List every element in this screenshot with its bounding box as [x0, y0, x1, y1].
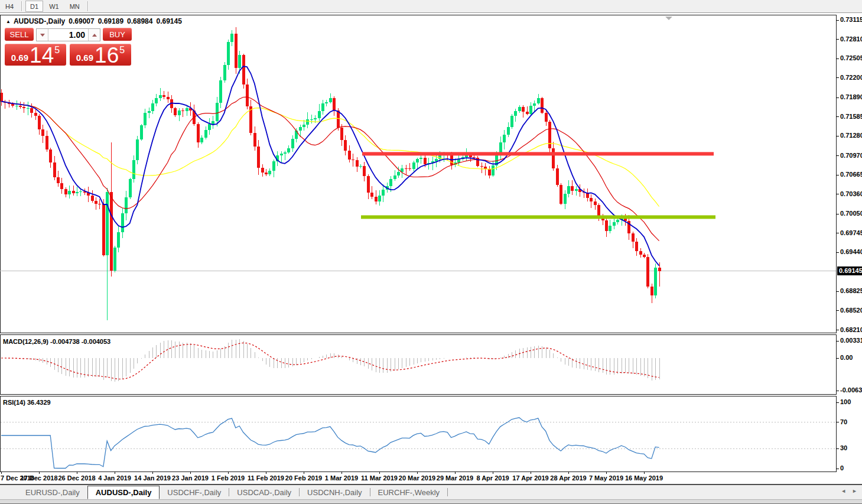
price-chart-canvas[interactable] [0, 0, 862, 504]
macd-axis-tick: -0.006325 [840, 386, 862, 394]
rsi-axis-tick: 70 [840, 418, 847, 425]
price-axis-tick: 0.70360 [840, 190, 862, 197]
price-axis-tick: 0.70970 [840, 152, 862, 159]
ohlc-high: 0.69189 [98, 17, 123, 25]
sell-price-button[interactable]: 0.69 14 5 [5, 44, 66, 66]
price-axis-tick: 0.70050 [840, 210, 862, 217]
price-axis-tick: 0.71890 [840, 93, 862, 100]
sell-button[interactable]: SELL [5, 28, 34, 41]
price-axis-tick: 0.73115 [840, 16, 862, 23]
one-click-trade-panel: SELL 1.00 BUY 0.69 14 5 0.69 16 5 [5, 28, 132, 66]
date-axis-label: 14 Jan 2019 [134, 474, 171, 482]
price-axis-tick: 0.69440 [840, 248, 862, 255]
rsi-axis-tick: 30 [840, 444, 847, 451]
buy-price-sup: 5 [119, 45, 125, 56]
subwindow-expand-icon[interactable]: ▲ [6, 19, 11, 24]
ohlc-low: 0.68984 [127, 17, 152, 25]
date-axis-label: 17 Apr 2019 [512, 474, 548, 482]
chart-tab-usdcnh[interactable]: USDCNH-,Daily [300, 486, 369, 499]
price-axis-tick: 0.70665 [840, 171, 862, 178]
price-axis-tick: 0.68520 [840, 307, 862, 314]
price-axis-tick: 0.71280 [840, 132, 862, 139]
price-axis-tick: 0.72505 [840, 54, 862, 61]
chevron-up-icon [92, 34, 97, 37]
date-axis-label: 17 Dec 2018 [21, 474, 58, 482]
date-axis-label: 26 Dec 2018 [58, 474, 96, 482]
chart-tab-audusd[interactable]: AUDUSD-,Daily [87, 486, 160, 499]
date-axis-label: 20 Feb 2019 [285, 474, 322, 482]
date-axis-label: 20 Mar 2019 [399, 474, 435, 482]
tab-separator [447, 488, 448, 496]
price-axis-tick: 0.68825 [840, 287, 862, 294]
price-axis-tick: 0.69745 [840, 229, 862, 236]
volume-decrease-button[interactable] [37, 29, 48, 41]
price-axis-tick: 0.71585 [840, 113, 862, 120]
volume-increase-button[interactable] [88, 29, 100, 41]
date-axis-label: 29 Mar 2019 [437, 474, 473, 482]
chevron-down-icon [40, 34, 45, 37]
volume-input[interactable]: 1.00 [48, 29, 88, 41]
support-level-line [361, 215, 715, 219]
date-axis-label: 11 Mar 2019 [361, 474, 398, 482]
volume-control: 1.00 [36, 28, 100, 41]
date-axis-label: 7 May 2019 [589, 474, 623, 482]
chart-title: ▲AUDUSD-,Daily0.690070.691890.689840.691… [6, 17, 186, 25]
date-axis-label: 1 Mar 2019 [325, 474, 358, 482]
chart-tab-eurusd[interactable]: EURUSD-,Daily [18, 486, 87, 499]
sell-price-prefix: 0.69 [11, 53, 28, 63]
current-price-tag: 0.69145 [837, 266, 862, 275]
price-axis-tick: 0.72810 [840, 35, 862, 43]
macd-panel [1, 335, 837, 395]
mt4-window: H4D1W1MN ▲AUDUSD-,Daily0.690070.691890.6… [0, 0, 862, 504]
date-axis-label: 16 May 2019 [625, 474, 663, 482]
date-axis-label: 8 Apr 2019 [476, 474, 509, 482]
rsi-axis-tick: 0 [840, 464, 844, 472]
rsi-axis-tick: 100 [840, 398, 851, 405]
window-bottom-edge [0, 499, 862, 504]
ohlc-open: 0.69007 [69, 17, 94, 25]
date-axis-label: 11 Feb 2019 [248, 474, 284, 482]
buy-button[interactable]: BUY [103, 28, 132, 41]
buy-price-prefix: 0.69 [76, 53, 93, 63]
macd-axis-tick: 0.00 [840, 354, 853, 361]
buy-price-big: 16 [95, 45, 119, 66]
buy-price-button[interactable]: 0.69 16 5 [70, 44, 131, 66]
macd-axis-tick: 0.003319 [840, 337, 862, 344]
ohlc-close: 0.69145 [156, 17, 181, 25]
tab-scroll-left-icon[interactable]: ◄ [841, 488, 846, 494]
sell-price-sup: 5 [54, 45, 60, 56]
rsi-indicator-label: RSI(14) 36.4329 [3, 399, 51, 406]
date-axis-label: 4 Jan 2019 [98, 474, 131, 482]
date-axis-label: 28 Apr 2019 [550, 474, 586, 482]
chart-symbol-label: AUDUSD-,Daily [14, 17, 65, 25]
macd-indicator-label: MACD(12,26,9) -0.004738 -0.004053 [3, 338, 110, 345]
price-axis-tick: 0.72200 [840, 74, 862, 81]
chart-tab-usdcad[interactable]: USDCAD-,Daily [229, 486, 299, 499]
price-axis-tick: 0.68210 [840, 326, 862, 333]
tab-scroll-right-icon[interactable]: ► [852, 488, 857, 494]
sell-price-big: 14 [30, 45, 54, 66]
date-axis-label: 23 Jan 2019 [172, 474, 209, 482]
chart-tab-bar: EURUSD-,DailyAUDUSD-,DailyUSDCHF-,DailyU… [0, 484, 862, 499]
chart-tab-eurchf[interactable]: EURCHF-,Weekly [370, 486, 448, 499]
date-axis-label: 1 Feb 2019 [212, 474, 245, 482]
chart-tab-usdchf[interactable]: USDCHF-,Daily [160, 486, 229, 499]
resistance-level-line [362, 152, 714, 155]
